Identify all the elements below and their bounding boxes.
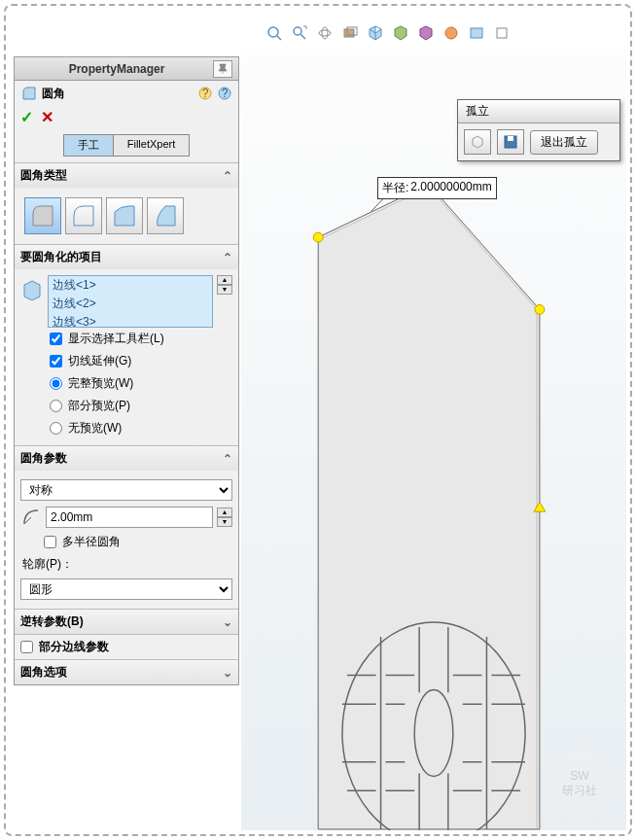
popup-title: 孤立 <box>458 100 619 123</box>
dimension-callout[interactable]: 半径: 2.00000000mm <box>377 177 497 199</box>
section-header-type[interactable]: 圆角类型 ⌃ <box>15 163 238 188</box>
section-view-icon[interactable] <box>338 21 362 45</box>
dim-label: 半径: <box>382 180 408 196</box>
feature-name: 圆角 <box>42 86 194 102</box>
partial-preview-radio[interactable]: 部分预览(P) <box>20 395 232 417</box>
radius-input[interactable] <box>46 507 213 528</box>
tab-row: 手工 FilletXpert <box>15 130 238 162</box>
section-reverse: 逆转参数(B) ⌄ <box>15 609 238 634</box>
view-settings-icon[interactable] <box>490 21 513 45</box>
full-preview-radio[interactable]: 完整预览(W) <box>20 372 232 395</box>
tab-manual[interactable]: 手工 <box>63 134 114 157</box>
ok-button[interactable]: ✓ <box>20 108 33 126</box>
section-partial: 部分边线参数 <box>15 634 238 659</box>
section-header-reverse[interactable]: 逆转参数(B) ⌄ <box>15 610 238 634</box>
svg-point-2 <box>294 27 301 35</box>
full-round-button[interactable] <box>147 197 184 234</box>
apply-scene-icon[interactable] <box>465 21 488 45</box>
variable-radius-button[interactable] <box>65 197 102 234</box>
list-item[interactable]: 边线<2> <box>49 295 212 313</box>
svg-rect-5 <box>344 29 354 37</box>
hide-show-icon[interactable] <box>414 21 438 45</box>
zoom-fit-icon[interactable] <box>263 21 286 45</box>
constant-radius-button[interactable] <box>24 197 61 234</box>
property-manager-panel: PropertyManager 圆角 ? ? ✓ ✕ 手工 FilletXper… <box>14 56 239 685</box>
svg-rect-31 <box>508 136 513 141</box>
dim-value: 2.00000000mm <box>410 180 491 196</box>
exit-isolate-button[interactable]: 退出孤立 <box>530 130 598 155</box>
list-spinner[interactable]: ▲▼ <box>217 275 232 295</box>
section-items: 要圆角化的项目 ⌃ 边线<1> 边线<2> 边线<3> ▲▼ 显示选择工具栏(L… <box>15 244 238 445</box>
panel-header: PropertyManager <box>15 57 238 81</box>
view-toolbar <box>263 18 626 49</box>
svg-point-7 <box>445 27 457 39</box>
symmetry-select[interactable]: 对称 <box>20 479 232 501</box>
watermark: SW 研习社 <box>545 749 615 819</box>
no-preview-radio[interactable]: 无预览(W) <box>20 417 232 439</box>
profile-label: 轮廓(P)： <box>20 553 232 576</box>
edit-appearance-icon[interactable] <box>440 21 463 45</box>
svg-rect-8 <box>471 28 482 38</box>
section-header-items[interactable]: 要圆角化的项目 ⌃ <box>15 245 238 269</box>
pin-icon[interactable] <box>213 60 232 78</box>
svg-point-3 <box>319 30 331 36</box>
isolate-popup: 孤立 退出孤立 <box>457 99 620 161</box>
collapse-icon: ⌃ <box>223 251 232 264</box>
list-item[interactable]: 边线<3> <box>49 313 212 328</box>
model-geometry <box>241 49 626 830</box>
section-header-params[interactable]: 圆角参数 ⌃ <box>15 446 238 471</box>
fillet-icon <box>20 85 38 102</box>
ok-cancel-row: ✓ ✕ <box>15 106 238 130</box>
collapse-icon: ⌄ <box>223 666 232 680</box>
svg-rect-9 <box>497 28 507 38</box>
svg-point-0 <box>268 27 278 37</box>
help-icon[interactable]: ? <box>217 86 232 101</box>
svg-line-1 <box>277 36 281 40</box>
tab-filletxpert[interactable]: FilletXpert <box>114 134 191 157</box>
section-options: 圆角选项 ⌄ <box>15 659 238 684</box>
svg-text:?: ? <box>202 87 209 100</box>
multi-radius-checkbox[interactable]: 多半径圆角 <box>20 531 232 553</box>
feature-row: 圆角 ? ? <box>15 81 238 106</box>
radius-spinner[interactable]: ▲▼ <box>217 508 232 527</box>
show-toolbar-checkbox[interactable]: 显示选择工具栏(L) <box>20 328 232 350</box>
rotate-view-icon[interactable] <box>313 21 336 45</box>
collapse-icon: ⌃ <box>223 452 232 466</box>
collapse-icon: ⌄ <box>223 615 232 629</box>
tips-icon[interactable]: ? <box>197 86 213 101</box>
save-isolate-button[interactable] <box>497 129 524 155</box>
view-orientation-icon[interactable] <box>364 21 387 45</box>
profile-select[interactable]: 圆形 <box>20 578 232 600</box>
collapse-icon: ⌃ <box>223 169 232 183</box>
radius-icon <box>20 507 42 528</box>
svg-point-4 <box>322 27 328 39</box>
section-header-options[interactable]: 圆角选项 ⌄ <box>15 660 238 684</box>
svg-text:?: ? <box>222 87 229 100</box>
fillet-type-buttons <box>20 193 232 238</box>
list-item[interactable]: 边线<1> <box>49 276 212 295</box>
face-fillet-button[interactable] <box>106 197 143 234</box>
isolate-visibility-button[interactable] <box>464 129 491 155</box>
display-style-icon[interactable] <box>389 21 412 45</box>
section-header-partial[interactable]: 部分边线参数 <box>15 635 238 659</box>
zoom-area-icon[interactable] <box>288 21 311 45</box>
svg-point-19 <box>535 304 545 314</box>
edge-list[interactable]: 边线<1> 边线<2> 边线<3> <box>48 275 213 328</box>
section-fillet-type: 圆角类型 ⌃ <box>15 162 238 244</box>
section-params: 圆角参数 ⌃ 对称 ▲▼ 多半径圆角 轮廓(P)： 圆形 <box>15 445 238 609</box>
svg-point-17 <box>313 232 323 242</box>
graphics-viewport[interactable]: 半径: 2.00000000mm 孤立 退出孤立 SW 研习社 <box>241 49 626 830</box>
cancel-button[interactable]: ✕ <box>41 108 53 126</box>
panel-title: PropertyManager <box>20 62 213 76</box>
tangent-checkbox[interactable]: 切线延伸(G) <box>20 350 232 372</box>
edge-select-icon <box>20 277 44 300</box>
